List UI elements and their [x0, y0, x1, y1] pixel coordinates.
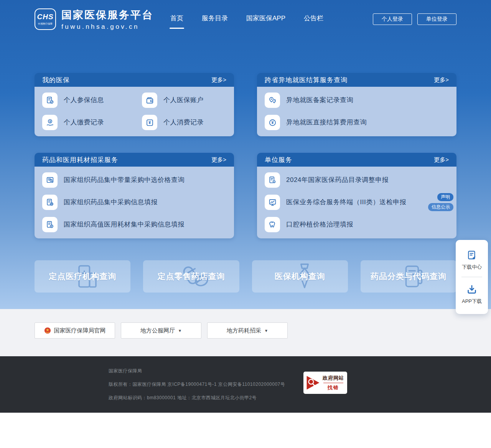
card-title: 药品和医用耗材招采服务 — [42, 155, 118, 164]
link-label: 国家医疗保障局官网 — [54, 327, 106, 334]
item-medical-account[interactable]: 个人医保账户 — [134, 89, 234, 111]
item-catalog-apply[interactable]: 2024年国家医保药品目录调整申报 — [257, 169, 456, 191]
item-settlement-fee-query[interactable]: ¥ 异地就医直接结算费用查询 — [257, 111, 456, 134]
more-link[interactable]: 更多> — [211, 76, 226, 84]
item-label: 异地就医直接结算费用查询 — [286, 118, 367, 127]
link-label: 地方药耗招采 — [227, 327, 261, 334]
service-cards: 我的医保 更多> 个人参保信息 个人医保账户 — [35, 73, 456, 238]
local-procurement-dropdown[interactable]: 地方药耗招采 ▼ — [207, 322, 288, 339]
item-label: 2024年国家医保药品目录调整申报 — [286, 176, 389, 184]
page: CHS 中国医疗保障 国家医保服务平台 fuwu.nhsa.gov.cn 首页 … — [0, 0, 491, 448]
more-link[interactable]: 更多> — [434, 156, 449, 164]
item-label: 国家组织药品集中带量采购中选价格查询 — [64, 176, 185, 184]
insurance-agency-query[interactable]: 医保机构查询 — [252, 260, 348, 293]
app-download-button[interactable]: APP下载 — [462, 284, 482, 305]
nav-service-catalog[interactable]: 服务目录 — [201, 10, 229, 29]
badge-line1: 政府网站 — [323, 375, 344, 382]
item-label: 个人医保账户 — [163, 96, 204, 104]
card-body: 2024年国家医保药品目录调整申报 医保业务综合服务终端（III类）送检申报 声… — [257, 167, 456, 238]
card-cross-province: 跨省异地就医结算服务查询 更多> 异地就医备案记录查询 ¥ 异地就医 — [257, 73, 456, 136]
quick-query-row: 定点医疗机构查询 定点零售药店查询 医保机构查询 药品分类与代码查询 — [35, 260, 456, 293]
unit-login-button[interactable]: 单位登录 — [417, 13, 456, 25]
svg-text:¥: ¥ — [49, 119, 51, 123]
drug-classification-code-query[interactable]: 药品分类与代码查询 — [361, 260, 456, 293]
item-label: 个人缴费记录 — [64, 118, 104, 127]
chs-logo[interactable]: CHS 中国医疗保障 — [35, 8, 56, 30]
svg-text:¥: ¥ — [271, 120, 274, 125]
quick-label: 定点医疗机构查询 — [49, 271, 116, 282]
catalog-apply-icon — [265, 172, 280, 188]
item-label: 国家组织高值医用耗材集中采购信息填报 — [64, 220, 185, 229]
card-header: 药品和医用耗材招采服务 更多> — [35, 153, 234, 167]
nav-national-app[interactable]: 国家医保APP — [246, 10, 286, 29]
header: CHS 中国医疗保障 国家医保服务平台 fuwu.nhsa.gov.cn 首页 … — [0, 0, 491, 38]
svg-text:¥: ¥ — [51, 225, 52, 227]
more-link[interactable]: 更多> — [434, 76, 449, 84]
nhsa-official-site-button[interactable]: 国家医疗保障局官网 — [35, 322, 115, 339]
item-payment-record[interactable]: ¥ 个人缴费记录 — [35, 111, 134, 134]
site-title: 国家医保服务平台 — [61, 8, 153, 22]
statement-badge[interactable]: 声明 — [437, 193, 453, 201]
designated-medical-institution-query[interactable]: 定点医疗机构查询 — [35, 260, 130, 293]
quick-label: 药品分类与代码查询 — [371, 271, 447, 282]
card-title: 我的医保 — [42, 76, 70, 84]
designated-retail-pharmacy-query[interactable]: 定点零售药店查询 — [143, 260, 239, 293]
card-procurement: 药品和医用耗材招采服务 更多> 国家组织药品集中带量采购中选价格查询 — [35, 153, 234, 238]
logo-subtitle: 中国医疗保障 — [38, 22, 53, 26]
app-download-icon — [466, 284, 478, 295]
badge-divider — [323, 383, 343, 383]
footer-text-block: 国家医疗保障局 版权所有：国家医疗保障局 京ICP备19000471号-1 京公… — [109, 368, 285, 408]
item-label: 异地就医备案记录查询 — [286, 96, 353, 104]
site-domain: fuwu.nhsa.gov.cn — [61, 23, 153, 31]
card-body: 个人参保信息 个人医保账户 ¥ 个人缴费记录 — [35, 87, 234, 136]
more-link[interactable]: 更多> — [211, 156, 226, 164]
item-label: 个人参保信息 — [64, 96, 104, 104]
local-service-hall-dropdown[interactable]: 地方公服网厅 ▼ — [121, 322, 201, 339]
card-title: 单位服务 — [265, 155, 292, 164]
card-my-insurance: 我的医保 更多> 个人参保信息 个人医保账户 — [35, 73, 234, 136]
caret-down-icon: ▼ — [264, 329, 268, 333]
item-consumption-record[interactable]: ¥ 个人消费记录 — [134, 111, 234, 134]
item-dental-implant-filing[interactable]: 口腔种植价格治理填报 — [257, 213, 456, 236]
item-terminal-inspection[interactable]: 医保业务综合服务终端（III类）送检申报 声明 信息公示 — [257, 191, 456, 213]
badge-line2: 找错 — [328, 384, 339, 391]
footer-identifier: 政府网站标识码：bm83000001 地址：北京市西城区月坛北小街甲2号 — [109, 395, 285, 401]
info-publicity-badge[interactable]: 信息公示 — [428, 203, 453, 211]
item-label: 个人消费记录 — [163, 118, 204, 127]
card-header: 我的医保 更多> — [35, 73, 234, 87]
nav-home[interactable]: 首页 — [170, 10, 184, 29]
quick-label: 定点零售药店查询 — [157, 271, 225, 282]
card-title: 跨省异地就医结算服务查询 — [265, 76, 348, 84]
item-drug-filing[interactable]: 国家组织药品集中采购信息填报 — [35, 191, 234, 213]
settlement-fee-icon: ¥ — [265, 115, 280, 130]
payment-record-icon: ¥ — [42, 115, 58, 130]
card-header: 单位服务 更多> — [257, 153, 456, 167]
item-consumable-filing[interactable]: ¥ 国家组织高值医用耗材集中采购信息填报 — [35, 213, 234, 236]
card-header: 跨省异地就医结算服务查询 更多> — [257, 73, 456, 87]
hero-section: CHS 中国医疗保障 国家医保服务平台 fuwu.nhsa.gov.cn 首页 … — [0, 0, 491, 309]
item-price-query[interactable]: 国家组织药品集中带量采购中选价格查询 — [35, 169, 234, 191]
footer-org: 国家医疗保障局 — [109, 368, 285, 374]
gov-site-error-report-badge[interactable]: 政府网站 找错 — [303, 372, 347, 394]
drug-filing-icon — [42, 195, 58, 210]
personal-login-button[interactable]: 个人登录 — [373, 13, 412, 25]
footer: 国家医疗保障局 版权所有：国家医疗保障局 京ICP备19000471号-1 京公… — [0, 356, 491, 413]
error-badge-text: 政府网站 找错 — [323, 375, 344, 391]
price-query-icon — [42, 172, 58, 188]
link-label: 地方公服网厅 — [140, 327, 175, 334]
login-group: 个人登录 单位登录 — [373, 13, 456, 25]
app-download-label: APP下载 — [462, 298, 482, 305]
item-insured-info[interactable]: 个人参保信息 — [35, 89, 134, 111]
item-remote-filing-query[interactable]: 异地就医备案记录查询 — [257, 89, 456, 111]
panel-divider — [461, 277, 482, 277]
terminal-icon — [265, 195, 280, 210]
download-center-button[interactable]: 下载中心 — [462, 250, 482, 271]
card-body: 国家组织药品集中带量采购中选价格查询 国家组织药品集中采购信息填报 ¥ 国家组织… — [35, 167, 234, 238]
card-unit-services: 单位服务 更多> 2024年国家医保药品目录调整申报 医保业务综合 — [257, 153, 456, 238]
footer-copyright: 版权所有：国家医疗保障局 京ICP备19000471号-1 京公网安备11010… — [109, 381, 285, 388]
medical-account-icon — [142, 93, 157, 108]
external-link-bar: 国家医疗保障局官网 地方公服网厅 ▼ 地方药耗招采 ▼ — [0, 309, 491, 356]
nav-bulletin[interactable]: 公告栏 — [303, 10, 324, 29]
svg-text:¥: ¥ — [148, 120, 151, 124]
insured-info-icon — [42, 93, 58, 108]
